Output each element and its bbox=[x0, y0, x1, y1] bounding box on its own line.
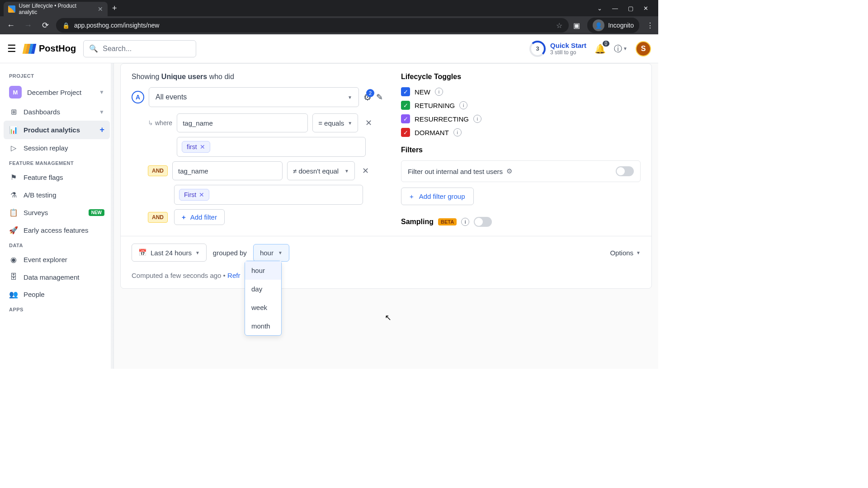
plus-icon[interactable]: + bbox=[99, 125, 104, 135]
minimize-icon[interactable]: ― bbox=[612, 5, 618, 12]
value-box-2[interactable]: First ✕ bbox=[174, 185, 363, 205]
reload-button[interactable]: ⟳ bbox=[39, 20, 52, 30]
info-icon[interactable]: i bbox=[473, 115, 481, 123]
project-selector[interactable]: M December Project ▼ bbox=[4, 81, 110, 103]
sidebar-section-apps: APPS bbox=[4, 303, 110, 315]
toggle-switch[interactable] bbox=[616, 166, 634, 176]
close-window-icon[interactable]: ✕ bbox=[643, 5, 648, 12]
sampling-switch[interactable] bbox=[474, 217, 492, 227]
favicon-icon bbox=[8, 5, 15, 13]
gear-icon[interactable]: ⚙ bbox=[506, 167, 512, 175]
window-controls: ⌄ ― ▢ ✕ bbox=[597, 5, 655, 12]
browser-tab[interactable]: User Lifecycle • Product analytic ✕ bbox=[4, 2, 108, 16]
sidebar-item-session-replay[interactable]: ▷ Session replay bbox=[4, 139, 110, 157]
checkbox-icon: ✓ bbox=[401, 114, 410, 123]
hamburger-icon[interactable]: ☰ bbox=[7, 43, 16, 55]
flask-icon: ⚗ bbox=[9, 191, 18, 199]
and-chip: AND bbox=[148, 165, 168, 176]
dropdown-item-day[interactable]: day bbox=[245, 280, 281, 298]
info-icon[interactable]: i bbox=[435, 88, 443, 96]
dropdown-item-month[interactable]: month bbox=[245, 317, 281, 335]
sidebar-item-early-access[interactable]: 🚀 Early access features bbox=[4, 221, 110, 239]
checkbox-icon: ✓ bbox=[401, 128, 410, 137]
refresh-link[interactable]: Refr bbox=[227, 272, 240, 279]
quick-start-button[interactable]: 3 Quick Start 3 still to go bbox=[529, 41, 586, 57]
rocket-icon: 🚀 bbox=[9, 226, 18, 235]
property-input-2[interactable]: tag_name bbox=[172, 161, 283, 180]
cursor-icon: ↖ bbox=[385, 313, 392, 323]
add-filter-button[interactable]: + Add filter bbox=[174, 209, 225, 225]
new-tab-button[interactable]: + bbox=[108, 2, 122, 15]
grouped-by-label: grouped by bbox=[213, 249, 247, 257]
user-avatar[interactable]: S bbox=[636, 41, 651, 56]
value-chip-2: First ✕ bbox=[179, 189, 209, 201]
info-icon[interactable]: i bbox=[461, 218, 469, 226]
database-icon: 🗄 bbox=[9, 273, 18, 281]
progress-ring-icon: 3 bbox=[529, 41, 546, 57]
toggle-dormant[interactable]: ✓ DORMANT i bbox=[401, 128, 641, 137]
add-filter-group-button[interactable]: + Add filter group bbox=[401, 188, 474, 205]
sidebar-item-feature-flags[interactable]: ⚑ Feature flags bbox=[4, 169, 110, 186]
new-badge: NEW bbox=[89, 209, 104, 216]
chip-remove-icon[interactable]: ✕ bbox=[199, 191, 204, 198]
sidebar-item-ab-testing[interactable]: ⚗ A/B testing bbox=[4, 186, 110, 204]
operator-select-1[interactable]: = equals▼ bbox=[312, 113, 358, 132]
and-chip: AND bbox=[148, 212, 168, 223]
menu-icon[interactable]: ⋮ bbox=[646, 21, 654, 30]
property-input-1[interactable]: tag_name bbox=[177, 113, 308, 132]
info-icon[interactable]: i bbox=[453, 128, 462, 136]
sidebar-item-event-explorer[interactable]: ◉ Event explorer bbox=[4, 251, 110, 268]
options-button[interactable]: Options ▼ bbox=[610, 249, 641, 257]
logo[interactable]: PostHog bbox=[24, 43, 76, 54]
event-selector[interactable]: All events ▼ bbox=[149, 87, 359, 107]
chevron-down-icon[interactable]: ⌄ bbox=[597, 5, 602, 12]
sidebar-item-data-management[interactable]: 🗄 Data management bbox=[4, 268, 110, 286]
series-indicator: A bbox=[132, 91, 144, 103]
search-input[interactable]: 🔍 Search... bbox=[83, 40, 196, 57]
computed-label: Computed a few seconds ago • Refr bbox=[121, 269, 651, 288]
incognito-badge[interactable]: 👤 Incognito bbox=[587, 18, 639, 33]
dropdown-item-week[interactable]: week bbox=[245, 298, 281, 317]
bookmark-icon[interactable]: ☆ bbox=[556, 21, 562, 30]
remove-filter-2[interactable]: ✕ bbox=[362, 166, 369, 176]
date-range-button[interactable]: 📅 Last 24 hours ▼ bbox=[132, 244, 207, 262]
caret-down-icon: ▼ bbox=[623, 46, 627, 51]
remove-filter-1[interactable]: ✕ bbox=[365, 118, 372, 128]
extensions-icon[interactable]: ▣ bbox=[573, 21, 580, 30]
caret-down-icon: ▼ bbox=[99, 89, 104, 95]
maximize-icon[interactable]: ▢ bbox=[628, 5, 633, 12]
sidebar-section-project: PROJECT bbox=[4, 70, 110, 81]
toggle-resurrecting[interactable]: ✓ RESURRECTING i bbox=[401, 114, 641, 123]
interval-selector[interactable]: hour ▼ bbox=[253, 244, 289, 262]
sidebar-item-people[interactable]: 👥 People bbox=[4, 286, 110, 303]
help-button[interactable]: ⓘ ▼ bbox=[614, 43, 627, 54]
value-chip-1: first ✕ bbox=[182, 141, 210, 153]
notifications-button[interactable]: 🔔 0 bbox=[594, 43, 606, 54]
plus-icon: + bbox=[410, 192, 414, 200]
toggle-returning[interactable]: ✓ RETURNING i bbox=[401, 101, 641, 110]
sidebar-item-product-analytics[interactable]: 📊 Product analytics + bbox=[4, 121, 110, 139]
project-chip: M bbox=[9, 86, 22, 99]
operator-select-2[interactable]: ≠ doesn't equal▼ bbox=[287, 161, 355, 180]
plus-icon: + bbox=[182, 213, 186, 221]
value-box-1[interactable]: first ✕ bbox=[177, 137, 366, 157]
checkbox-icon: ✓ bbox=[401, 101, 410, 110]
flag-icon: ⚑ bbox=[9, 173, 18, 182]
info-icon[interactable]: i bbox=[459, 101, 467, 109]
live-icon: ◉ bbox=[9, 255, 18, 264]
help-icon: ⓘ bbox=[614, 43, 622, 54]
showing-label: Showing Unique users who did bbox=[132, 73, 383, 81]
close-tab-icon[interactable]: ✕ bbox=[98, 5, 103, 13]
chip-remove-icon[interactable]: ✕ bbox=[200, 143, 205, 150]
filter-icon-button[interactable]: ⚙ 2 bbox=[363, 92, 372, 103]
sidebar-item-dashboards[interactable]: ⊞ Dashboards ▼ bbox=[4, 103, 110, 121]
caret-down-icon: ▼ bbox=[344, 169, 349, 174]
back-button[interactable]: ← bbox=[5, 21, 17, 30]
toggle-new[interactable]: ✓ NEW i bbox=[401, 87, 641, 96]
caret-down-icon: ▼ bbox=[348, 121, 352, 126]
address-bar[interactable]: 🔒 app.posthog.com/insights/new ☆ bbox=[56, 18, 569, 33]
sidebar-item-surveys[interactable]: 📋 Surveys NEW bbox=[4, 204, 110, 221]
edit-icon[interactable]: ✎ bbox=[376, 92, 383, 102]
forward-button: → bbox=[22, 21, 34, 30]
dropdown-item-hour[interactable]: hour bbox=[245, 261, 281, 280]
